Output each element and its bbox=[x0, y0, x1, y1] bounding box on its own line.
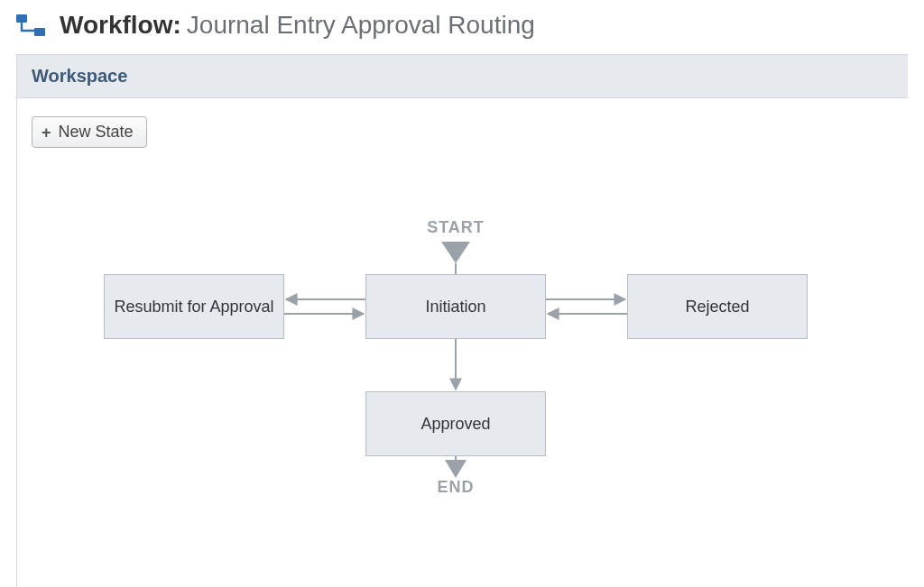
new-state-button[interactable]: + New State bbox=[32, 116, 147, 148]
page-title-prefix: Workflow: bbox=[60, 11, 181, 40]
state-label: Initiation bbox=[425, 297, 485, 317]
workflow-icon bbox=[16, 13, 47, 38]
plus-icon: + bbox=[42, 124, 51, 141]
svg-rect-0 bbox=[16, 14, 27, 23]
workspace-panel: Workspace + New State START END bbox=[16, 54, 908, 587]
workspace-panel-header: Workspace bbox=[17, 55, 908, 98]
page-title-row: Workflow: Journal Entry Approval Routing bbox=[16, 5, 908, 40]
end-arrow-icon bbox=[445, 460, 467, 478]
start-arrow-icon bbox=[441, 242, 470, 263]
state-label: Approved bbox=[420, 414, 490, 435]
svg-rect-1 bbox=[34, 28, 45, 36]
state-label: Resubmit for Approval bbox=[114, 297, 273, 317]
page-title-name: Journal Entry Approval Routing bbox=[187, 11, 535, 40]
state-approved[interactable]: Approved bbox=[365, 391, 546, 456]
workflow-connectors bbox=[32, 211, 880, 536]
state-rejected[interactable]: Rejected bbox=[627, 274, 808, 339]
state-initiation[interactable]: Initiation bbox=[365, 274, 546, 339]
new-state-button-label: New State bbox=[59, 123, 134, 142]
state-label: Rejected bbox=[685, 297, 749, 317]
workflow-diagram: START END bbox=[32, 211, 880, 536]
workspace-panel-body: + New State START END bbox=[17, 98, 908, 587]
state-resubmit-for-approval[interactable]: Resubmit for Approval bbox=[104, 274, 284, 339]
